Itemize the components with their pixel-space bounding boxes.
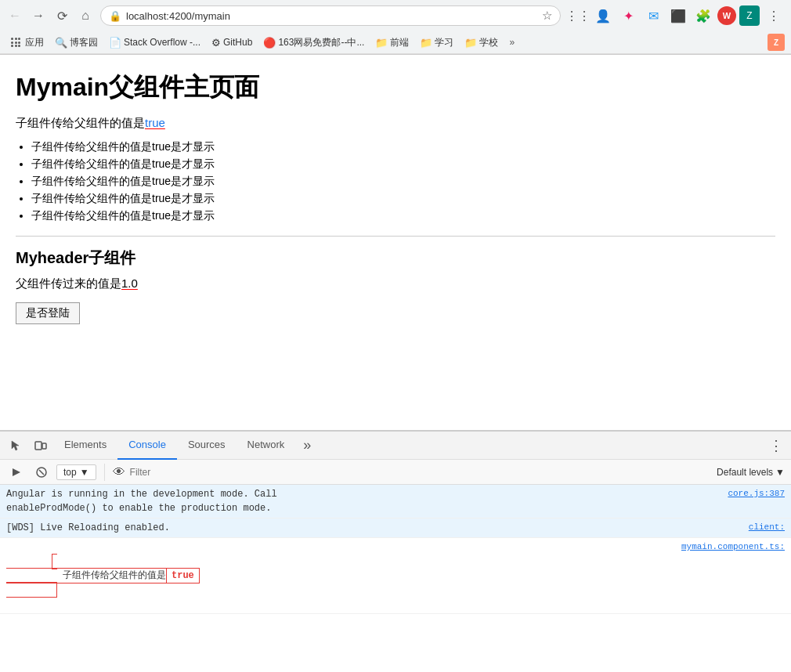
github-icon: ⚙ (211, 37, 221, 49)
console-output: Angular is running in the development mo… (0, 485, 791, 652)
frontend-folder-icon: 📁 (375, 37, 388, 49)
child-value-line: 子组件传给父组件的值是true (16, 116, 775, 131)
console-msg-1: Angular is running in the development mo… (6, 487, 721, 515)
parent-value-label: 父组件传过来的值是 (16, 276, 121, 290)
tab-network[interactable]: Network (237, 432, 296, 460)
github-label: GitHub (223, 37, 252, 48)
inspector-icon-button[interactable] (3, 433, 28, 458)
bookmark-stackoverflow[interactable]: 📄 Stack Overflow -... (104, 35, 205, 50)
menu-button[interactable]: ⋮ (763, 5, 785, 27)
child-value: true (145, 116, 165, 129)
extension-badge[interactable]: Z (768, 34, 785, 51)
parent-value: 1.0 (121, 276, 138, 290)
tab-console-label: Console (128, 439, 166, 450)
bookmark-button[interactable]: ⬛ (667, 5, 689, 27)
console-source-3[interactable]: mymain.component.ts: (681, 540, 785, 551)
tab-console[interactable]: Console (117, 432, 177, 460)
svg-marker-2 (13, 468, 20, 476)
school-folder-icon: 📁 (464, 37, 477, 49)
bookmarks-more-button[interactable]: » (506, 35, 518, 49)
tab-elements-label: Elements (64, 439, 107, 450)
url-text: localhost:4200/mymain (126, 10, 537, 22)
red-extension-button[interactable]: W (717, 6, 736, 25)
frontend-label: 前端 (390, 36, 409, 49)
default-levels-button[interactable]: Default levels ▼ (717, 467, 785, 478)
address-bar[interactable]: 🔒 localhost:4200/mymain ☆ (100, 5, 561, 26)
bookmark-frontend[interactable]: 📁 前端 (370, 34, 414, 51)
apps-label: 应用 (25, 36, 44, 49)
eye-button[interactable]: 👁 (113, 465, 125, 479)
console-source-2[interactable]: client: (749, 521, 785, 532)
login-button[interactable]: 是否登陆 (16, 302, 80, 324)
grid-icon-button[interactable]: ⋮⋮ (567, 5, 589, 27)
toolbar-separator (104, 464, 105, 481)
console-msg-3: 子组件传给父组件的值是true (6, 540, 675, 611)
devtools-menu-button[interactable]: ⋮ (764, 437, 788, 454)
mail-163-icon: 🔴 (263, 37, 276, 49)
default-levels-label: Default levels (717, 467, 773, 478)
mail-button[interactable]: ✉ (642, 5, 664, 27)
apps-button[interactable]: 应用 (6, 34, 49, 51)
home-button[interactable]: ⌂ (77, 7, 94, 24)
list-item: 子组件传给父组件的值是true是才显示 (31, 140, 775, 154)
list-item: 子组件传给父组件的值是true是才显示 (31, 175, 775, 189)
more-tabs-button[interactable]: » (297, 437, 317, 453)
device-icon-button[interactable] (28, 433, 53, 458)
back-button[interactable]: ← (6, 7, 23, 24)
bookmark-blog[interactable]: 🔍 博客园 (50, 34, 103, 51)
blog-label: 博客园 (70, 36, 98, 49)
blog-icon: 🔍 (55, 37, 67, 49)
toolbar-icons: ⋮⋮ 👤 ✦ ✉ ⬛ 🧩 W Z ⋮ (567, 5, 785, 27)
execute-button[interactable] (6, 462, 27, 482)
console-line-3: 子组件传给父组件的值是true mymain.component.ts: (0, 538, 791, 614)
extension-button[interactable]: 🧩 (692, 5, 714, 27)
devtools-toolbar: top ▼ 👁 Default levels ▼ (0, 460, 791, 485)
tab-sources[interactable]: Sources (177, 432, 237, 460)
bookmark-163mail[interactable]: 🔴 163网易免费邮--中... (258, 34, 369, 51)
bookmark-school[interactable]: 📁 学校 (460, 34, 503, 51)
tab-sources-label: Sources (188, 439, 226, 450)
page-content: Mymain父组件主页面 子组件传给父组件的值是true 子组件传给父组件的值是… (0, 55, 791, 431)
context-select[interactable]: top ▼ (56, 464, 96, 480)
log-box: 子组件传给父组件的值是true (6, 554, 200, 598)
context-arrow: ▼ (80, 467, 89, 478)
bookmark-star-button[interactable]: ☆ (542, 9, 552, 23)
devtools-tabs: Elements Console Sources Network » ⋮ (0, 432, 791, 460)
magic-button[interactable]: ✦ (617, 5, 639, 27)
study-folder-icon: 📁 (420, 37, 432, 49)
bookmark-study[interactable]: 📁 学习 (415, 34, 458, 51)
reload-button[interactable]: ⟳ (53, 7, 70, 24)
bookmark-github[interactable]: ⚙ GitHub (207, 35, 257, 50)
filter-input[interactable] (130, 467, 712, 478)
list-item: 子组件传给父组件的值是true是才显示 (31, 192, 775, 206)
lock-icon: 🔒 (109, 10, 121, 22)
console-line-1: Angular is running in the development mo… (0, 485, 791, 518)
log-prefix: 子组件传给父组件的值是 (63, 570, 166, 581)
subcomponent-title: Myheader子组件 (16, 247, 775, 269)
svg-line-4 (39, 470, 44, 475)
parent-value-line: 父组件传过来的值是1.0 (16, 276, 775, 291)
list-item: 子组件传给父组件的值是true是才显示 (31, 209, 775, 223)
list-section: 子组件传给父组件的值是true是才显示 子组件传给父组件的值是true是才显示 … (31, 140, 775, 223)
teal-extension-button[interactable]: Z (739, 5, 760, 26)
child-value-label: 子组件传给父组件的值是 (16, 116, 145, 129)
console-line-2: [WDS] Live Reloading enabled. client: (0, 518, 791, 538)
tab-elements[interactable]: Elements (53, 432, 117, 460)
svg-rect-1 (42, 443, 46, 449)
context-label: top (63, 467, 77, 478)
section-divider (16, 236, 775, 237)
school-label: 学校 (479, 36, 498, 49)
tab-network-label: Network (247, 439, 285, 450)
forward-button[interactable]: → (30, 7, 47, 24)
log-value: true (166, 568, 200, 583)
bookmarks-bar: 应用 🔍 博客园 📄 Stack Overflow -... ⚙ GitHub … (0, 31, 791, 54)
browser-chrome: ← → ⟳ ⌂ 🔒 localhost:4200/mymain ☆ ⋮⋮ 👤 ✦… (0, 0, 791, 55)
study-label: 学习 (435, 36, 453, 49)
stackoverflow-label: Stack Overflow -... (124, 37, 200, 48)
devtools-panel: Elements Console Sources Network » ⋮ top (0, 431, 791, 652)
console-source-1[interactable]: core.js:387 (728, 487, 785, 498)
title-bar: ← → ⟳ ⌂ 🔒 localhost:4200/mymain ☆ ⋮⋮ 👤 ✦… (0, 0, 791, 31)
clear-button[interactable] (31, 462, 52, 482)
profiles-button[interactable]: 👤 (592, 5, 614, 27)
page-title: Mymain父组件主页面 (16, 70, 775, 105)
